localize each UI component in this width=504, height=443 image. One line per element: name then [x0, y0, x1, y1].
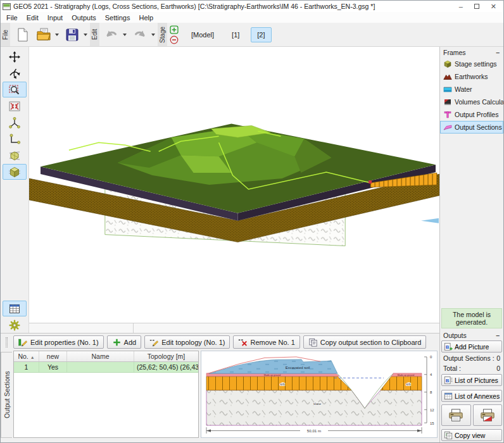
edit-topology-label: Edit topology (No. 1): [161, 339, 225, 346]
dimension-label: 50,01 m: [307, 428, 321, 433]
menu-outputs[interactable]: Outputs: [67, 13, 101, 22]
volumes-calculation-icon: [443, 97, 452, 106]
copy-view-button[interactable]: Copy view: [441, 429, 502, 441]
undo-icon: [104, 27, 119, 42]
total-count-row: Total : 0: [441, 364, 502, 373]
redo-dropdown-icon[interactable]: [151, 34, 155, 36]
column-header-new[interactable]: new: [39, 351, 67, 361]
section-toolbar: Edit properties (No. 1) Add: [1, 334, 439, 351]
clip-view-button[interactable]: [3, 147, 27, 163]
outputs-panel-header: Outputs –: [440, 330, 503, 340]
new-file-button[interactable]: [11, 24, 33, 45]
main-row: [1, 47, 439, 333]
frame-item-label: Stage settings: [455, 60, 497, 68]
zoom-fit-button[interactable]: [3, 98, 27, 114]
slate-region: [206, 390, 422, 426]
menu-file[interactable]: File: [2, 13, 22, 22]
menu-edit[interactable]: Edit: [22, 13, 43, 22]
axes-2d-button[interactable]: [3, 131, 27, 147]
table-icon: [8, 303, 21, 315]
copy-section-button[interactable]: Copy output section to Clipboard: [303, 335, 427, 349]
print-selection-button[interactable]: [473, 404, 503, 426]
total-count-value: 0: [496, 365, 500, 372]
list-of-pictures-label: List of Pictures: [455, 377, 498, 384]
frame-item-water[interactable]: Water: [440, 83, 503, 96]
outputs-minimize-icon[interactable]: –: [496, 334, 500, 337]
zoom-window-icon: [8, 84, 21, 96]
scale-tick-8: 8: [430, 390, 432, 394]
stage-tab-model[interactable]: [Model]: [185, 27, 220, 42]
menu-settings[interactable]: Settings: [101, 13, 135, 22]
save-button[interactable]: [61, 24, 83, 45]
list-of-annexes-label: List of Annexes: [455, 392, 500, 400]
settings-button[interactable]: [3, 317, 27, 333]
minimize-icon[interactable]: –: [459, 3, 463, 9]
toolbar-grip[interactable]: [6, 337, 8, 347]
frame-item-volumes-calculation[interactable]: Volumes Calculation: [440, 96, 503, 108]
add-section-button[interactable]: Add: [107, 335, 142, 349]
list-of-annexes-button[interactable]: List of Annexes: [441, 390, 502, 402]
bottom-panel: Edit properties (No. 1) Add: [1, 333, 439, 442]
tab-output-sections[interactable]: Output Sections: [1, 352, 12, 438]
menu-help[interactable]: Help: [134, 13, 158, 22]
undo-dropdown-icon[interactable]: [123, 34, 127, 36]
column-no-label: No.: [18, 353, 28, 360]
stage-add-icon[interactable]: [170, 25, 179, 34]
close-icon[interactable]: ✕: [491, 3, 496, 9]
3d-viewport[interactable]: [29, 47, 439, 333]
axes-2d-icon: [8, 133, 21, 146]
open-file-button[interactable]: [33, 24, 54, 45]
axes-3d-button[interactable]: [3, 115, 27, 130]
redo-button[interactable]: [129, 24, 151, 45]
column-header-topology[interactable]: Topology [m]: [134, 351, 198, 361]
edit-properties-button[interactable]: Edit properties (No. 1): [13, 335, 104, 349]
solid-box-view-button[interactable]: [3, 164, 27, 180]
column-header-name[interactable]: Name: [67, 351, 134, 361]
stage-tab-1[interactable]: [1]: [225, 27, 246, 42]
open-folder-icon: [36, 27, 51, 42]
column-name-label: Name: [91, 353, 109, 360]
pan-view-button[interactable]: [3, 49, 27, 65]
frame-item-output-sections[interactable]: Output Sections: [440, 121, 503, 134]
table-row[interactable]: 1 Yes (25,62; 50,45) (26,43; 0,00): [14, 362, 198, 373]
edit-properties-icon: [18, 338, 28, 347]
add-picture-icon: B: [444, 342, 453, 351]
menu-input[interactable]: Input: [43, 13, 67, 22]
rotate-view-button[interactable]: [3, 65, 27, 81]
table-view-button[interactable]: [3, 301, 27, 316]
edit-topology-button[interactable]: Edit topology (No. 1): [144, 335, 230, 349]
remove-x-icon: [238, 338, 248, 347]
copy-section-label: Copy output section to Clipboard: [320, 339, 422, 346]
maximize-icon[interactable]: [474, 3, 479, 9]
list-of-pictures-button[interactable]: B List of Pictures: [441, 374, 502, 386]
frame-item-stage-settings[interactable]: Stage settings: [440, 58, 503, 70]
right-column: Frames – Stage settings Earthworks: [439, 47, 503, 442]
undo-button[interactable]: [101, 24, 122, 45]
frame-item-earthworks[interactable]: Earthworks: [440, 70, 503, 83]
left-stack: Edit properties (No. 1) Add: [1, 47, 439, 442]
stage-remove-icon[interactable]: [170, 35, 179, 44]
zoom-window-button[interactable]: [3, 82, 27, 97]
remove-section-button[interactable]: Remove No. 1: [233, 335, 299, 349]
print-button[interactable]: [441, 404, 471, 426]
copy-view-icon: [444, 431, 453, 440]
add-picture-button[interactable]: B Add Picture: [441, 340, 502, 353]
frames-title: Frames: [443, 49, 466, 56]
cell-name: [67, 362, 134, 372]
add-section-label: Add: [124, 339, 137, 346]
excavated-soil-label: Excavated soil: [286, 366, 310, 370]
frames-minimize-icon[interactable]: –: [496, 51, 500, 54]
column-header-no[interactable]: No. ▲: [14, 351, 39, 361]
output-sections-count-label: Output Sections :: [443, 354, 495, 362]
print-buttons-row: [441, 404, 502, 426]
output-sections-count-value: 0: [496, 354, 500, 362]
frame-item-output-profiles[interactable]: Output Profiles: [440, 108, 503, 121]
save-dropdown-icon[interactable]: [84, 34, 87, 36]
stage-tab-2[interactable]: [2]: [251, 27, 271, 42]
depth-scale: [424, 357, 427, 423]
sort-ascending-icon: ▲: [30, 355, 35, 359]
edit-group-label: Edit: [90, 23, 99, 46]
section-preview[interactable]: Excavated soil Made-up ground Made-up gr…: [201, 351, 438, 438]
copy-clipboard-icon: [308, 338, 318, 347]
open-dropdown-icon[interactable]: [55, 34, 59, 36]
